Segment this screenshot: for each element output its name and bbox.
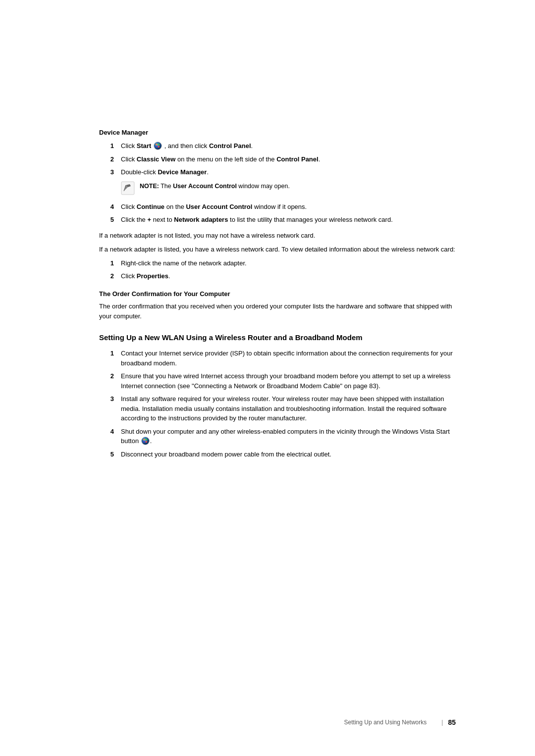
sub-step-2-bold-props: Properties (137, 272, 168, 280)
sub-steps: 1 Right-click the name of the network ad… (99, 258, 456, 281)
wlan-step-4-num: 4 (99, 427, 114, 437)
step-2-bold-cp: Control Panel (276, 155, 319, 163)
svg-rect-5 (158, 146, 160, 148)
windows-start-icon-1 (154, 142, 162, 150)
svg-rect-2 (156, 144, 158, 146)
note-text: NOTE: The User Account Control window ma… (140, 182, 290, 191)
device-manager-section: Device Manager 1 Click Start (99, 129, 456, 281)
sub-step-1-num: 1 (99, 258, 114, 268)
step-2-content: Click Classic View on the menu on the le… (121, 154, 456, 164)
sub-step-1-content: Right-click the name of the network adap… (121, 258, 456, 268)
step-1-num: 1 (99, 141, 114, 151)
order-confirmation-heading: The Order Confirmation for Your Computer (99, 290, 456, 298)
page: Device Manager 1 Click Start (0, 0, 535, 756)
step-5-content: Click the + next to Network adapters to … (121, 215, 456, 225)
windows-start-icon-2 (141, 437, 150, 445)
sub-step-2-num: 2 (99, 271, 114, 281)
step-1: 1 Click Start (99, 141, 456, 151)
page-footer: Setting Up and Using Networks | 85 (0, 718, 535, 726)
wlan-step-2-content: Ensure that you have wired Internet acce… (121, 371, 456, 391)
sub-step-2-content: Click Properties. (121, 271, 456, 281)
order-confirmation-para: The order confirmation that you received… (99, 302, 456, 321)
step-3-bold-dm: Device Manager (158, 168, 207, 176)
footer-label: Setting Up and Using Networks (344, 719, 427, 726)
wlan-step-3-num: 3 (99, 394, 114, 404)
step-3-num: 3 (99, 167, 114, 177)
wlan-step-3-content: Install any software required for your w… (121, 394, 456, 423)
wlan-step-4: 4 Shut down your computer and any other … (99, 427, 456, 446)
step-2-bold-cv: Classic View (137, 155, 176, 163)
footer-page-number: 85 (448, 718, 456, 726)
step-5-plus: + (147, 216, 151, 223)
step-4: 4 Click Continue on the User Account Con… (99, 202, 456, 212)
wlan-step-1-content: Contact your Internet service provider (… (121, 349, 456, 368)
note-bold-uac: User Account Control (173, 183, 237, 190)
step-4-content: Click Continue on the User Account Contr… (121, 202, 456, 212)
step-2-num: 2 (99, 154, 114, 164)
svg-rect-3 (158, 144, 160, 146)
step-4-bold-uac: User Account Control (186, 203, 252, 210)
device-manager-steps-continued: 4 Click Continue on the User Account Con… (99, 202, 456, 225)
step-4-bold-continue: Continue (137, 203, 164, 210)
step-3: 3 Double-click Device Manager. (99, 167, 456, 177)
wlan-step-1-num: 1 (99, 349, 114, 358)
sub-step-1: 1 Right-click the name of the network ad… (99, 258, 456, 268)
wlan-step-1: 1 Contact your Internet service provider… (99, 349, 456, 368)
wlan-step-5: 5 Disconnect your broadband modem power … (99, 450, 456, 459)
device-manager-heading: Device Manager (99, 129, 456, 136)
wlan-section: Setting Up a New WLAN Using a Wireless R… (99, 332, 456, 459)
note-body: The User Account Control window may open… (160, 183, 290, 190)
wlan-step-5-content: Disconnect your broadband modem power ca… (121, 450, 456, 459)
step-5-bold-na: Network adapters (174, 216, 228, 223)
svg-rect-14 (145, 441, 147, 443)
step-1-content: Click Start (121, 141, 456, 151)
note-label: NOTE: (140, 183, 159, 190)
step-3-content: Double-click Device Manager. (121, 167, 456, 177)
svg-rect-6 (121, 182, 134, 195)
step-1-bold-cp: Control Panel (209, 142, 251, 150)
svg-point-1 (154, 142, 161, 150)
note-icon-container (121, 182, 135, 197)
step-5: 5 Click the + next to Network adapters t… (99, 215, 456, 225)
note-pencil-icon (121, 181, 135, 195)
footer-divider: | (441, 719, 443, 726)
wlan-step-4-content: Shut down your computer and any other wi… (121, 427, 456, 446)
step-1-bold-start: Start (137, 142, 152, 150)
svg-rect-13 (143, 441, 145, 443)
note-box: NOTE: The User Account Control window ma… (121, 182, 456, 197)
wlan-heading: Setting Up a New WLAN Using a Wireless R… (99, 332, 456, 343)
para-adapter-listed: If a network adapter is listed, you have… (99, 245, 456, 254)
wlan-step-3: 3 Install any software required for your… (99, 394, 456, 423)
wlan-step-2: 2 Ensure that you have wired Internet ac… (99, 371, 456, 391)
step-4-num: 4 (99, 202, 114, 212)
wlan-steps: 1 Contact your Internet service provider… (99, 349, 456, 459)
step-2: 2 Click Classic View on the menu on the … (99, 154, 456, 164)
wlan-step-5-num: 5 (99, 450, 114, 459)
svg-rect-4 (156, 146, 158, 148)
step-5-num: 5 (99, 215, 114, 225)
wlan-step-2-num: 2 (99, 371, 114, 381)
svg-point-10 (142, 437, 149, 445)
svg-rect-11 (143, 439, 145, 441)
para-no-adapter: If a network adapter is not listed, you … (99, 231, 456, 241)
device-manager-steps: 1 Click Start (99, 141, 456, 177)
svg-rect-12 (145, 439, 147, 441)
order-confirmation-section: The Order Confirmation for Your Computer… (99, 290, 456, 321)
sub-step-2: 2 Click Properties. (99, 271, 456, 281)
